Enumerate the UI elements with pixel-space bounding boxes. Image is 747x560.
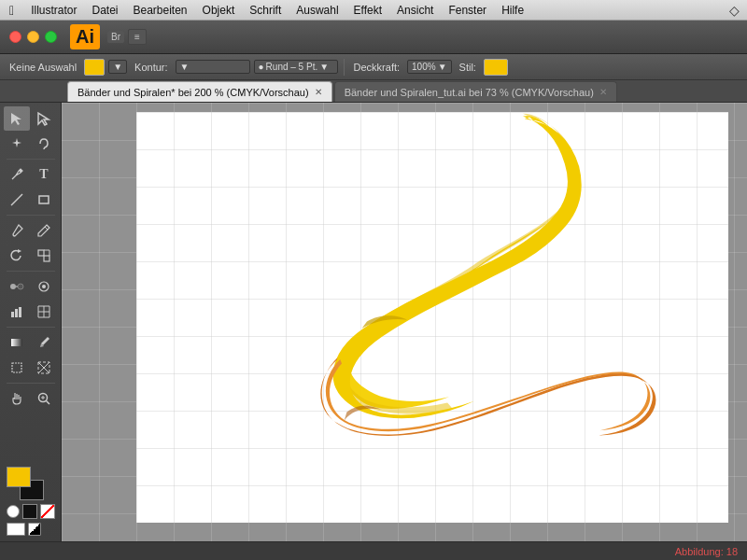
color-mode-row [7,504,55,519]
line-tool[interactable] [4,188,30,212]
deckkraft-input[interactable]: 100% ▼ [407,60,451,74]
normal-mode-btn[interactable] [7,523,25,536]
symbol-tool[interactable] [31,274,57,299]
blend-tool[interactable] [4,274,30,299]
app-logo: Ai [70,24,100,49]
menu-bearbeiten[interactable]: Bearbeiten [126,4,195,17]
menu-effekt[interactable]: Effekt [346,4,389,17]
deckkraft-value: 100% [412,62,436,72]
fullscreen-button[interactable] [45,31,57,43]
svg-line-3 [45,227,48,230]
outline-mode-btn[interactable] [28,523,41,536]
menu-schrift[interactable]: Schrift [242,4,289,17]
menu-bar:  Illustrator Datei Bearbeiten Objekt Sc… [0,0,747,21]
color-swatch-black[interactable] [22,504,37,519]
tool-separator-5 [7,383,55,384]
svg-rect-23 [12,363,21,372]
svg-point-9 [18,284,23,289]
svg-rect-15 [19,307,21,317]
stroke-color-dropdown[interactable]: ▼ [176,60,250,74]
tab-1[interactable]: Bänder und Spiralen* bei 200 % (CMYK/Vor… [67,81,332,102]
slicing-tool[interactable] [31,356,57,380]
graph-tool[interactable] [4,300,30,324]
tab-1-close[interactable]: ✕ [315,87,322,97]
minimize-button[interactable] [27,31,39,43]
no-fill-swatch[interactable] [40,504,55,519]
menu-ansicht[interactable]: Ansicht [389,4,441,17]
tool-separator-3 [7,271,55,272]
br-badge[interactable]: Br [107,31,124,43]
selection-label: Keine Auswahl [6,62,80,73]
default-colors-icon[interactable] [7,505,20,518]
dropbox-icon: ◇ [729,3,747,18]
scale-tool[interactable] [31,244,57,268]
tab-2-label: Bänder und Spiralen_tut.ai bei 73 % (CMY… [345,87,594,98]
svg-point-12 [42,285,46,288]
fill-stroke-swatches[interactable] [7,467,44,500]
svg-rect-22 [11,339,22,346]
stroke-label: Rund – 5 Pt. [266,62,318,72]
pencil-tool[interactable] [31,218,57,243]
lasso-tool[interactable] [31,132,57,156]
fill-dropdown-icon: ▼ [113,62,122,72]
canvas-page[interactable] [136,112,728,523]
svg-point-0 [20,170,22,173]
hand-tool[interactable] [4,386,30,411]
stroke-size-dropdown[interactable]: ● Rund – 5 Pt. ▼ [254,60,338,74]
menu-datei[interactable]: Datei [84,4,125,17]
tool-separator-4 [7,327,55,328]
mesh-tool[interactable] [31,300,57,324]
canvas-area [62,103,747,541]
tool-row-5 [4,218,57,243]
menu-fenster[interactable]: Fenster [441,4,494,17]
tool-row-2 [4,132,57,156]
fill-swatch-main[interactable] [7,467,31,487]
menu-objekt[interactable]: Objekt [195,4,243,17]
tab-2-close[interactable]: ✕ [599,87,607,97]
arrange-button[interactable]: ≡ [128,29,147,45]
tool-separator-1 [7,159,55,160]
svg-line-26 [47,401,50,405]
menu-auswahl[interactable]: Auswahl [289,4,345,17]
stroke-dot: ● [259,62,264,72]
tool-row-9 [4,330,57,355]
separator-1 [344,59,345,76]
rectangle-tool[interactable] [31,188,57,212]
tool-separator-2 [7,215,55,216]
svg-rect-14 [15,309,18,317]
close-button[interactable] [9,31,21,43]
tool-row-8 [4,300,57,324]
figure-label: Abbildung: 18 [675,546,738,557]
view-mode-row [7,523,41,536]
tab-2[interactable]: Bänder und Spiralen_tut.ai bei 73 % (CMY… [334,81,617,102]
apple-menu[interactable]:  [0,3,23,18]
paintbrush-tool[interactable] [4,218,30,243]
tool-row-6 [4,244,57,268]
kontur-label: Kontur: [131,62,171,73]
deckkraft-chevron: ▼ [438,62,447,72]
status-bar: Abbildung: 18 [0,541,747,560]
magic-wand-tool[interactable] [4,132,30,156]
fill-dropdown[interactable]: ▼ [108,60,127,74]
svg-rect-4 [38,250,44,256]
type-tool[interactable]: T [31,162,57,187]
menu-hilfe[interactable]: Hilfe [494,4,531,17]
gradient-tool[interactable] [4,330,30,355]
tool-row-1 [4,106,57,131]
eyedropper-tool[interactable] [31,330,57,355]
deckkraft-label: Deckkraft: [350,62,404,73]
pen-tool[interactable] [4,162,30,187]
menu-illustrator[interactable]: Illustrator [23,4,84,17]
svg-rect-5 [44,256,49,261]
tool-row-4 [4,188,57,212]
stil-swatch[interactable] [484,59,508,76]
svg-point-8 [10,284,16,289]
artboard-tool[interactable] [4,356,30,380]
direct-selection-tool[interactable] [31,106,57,131]
toolbar: T [0,103,62,541]
fill-swatch[interactable] [84,59,105,76]
zoom-tool[interactable] [31,386,57,411]
tool-row-3: T [4,162,57,187]
selection-tool[interactable] [4,106,30,131]
rotate-tool[interactable] [4,244,30,268]
